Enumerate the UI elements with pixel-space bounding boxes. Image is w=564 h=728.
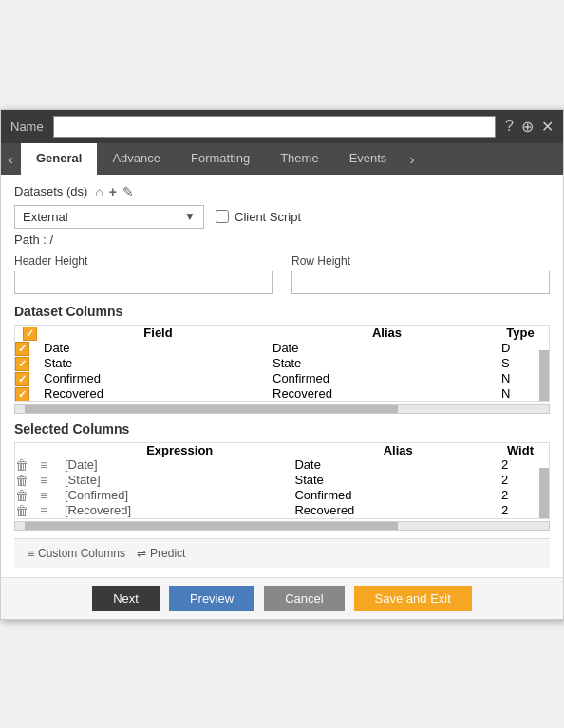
field-recovered: Recovered [44,386,273,401]
dataset-columns-table: Field Alias Type Date Date D [15,326,549,401]
sel-alias-confirmed: Confirmed [294,488,501,503]
alias-recovered: Recovered [273,386,501,401]
table-row: State State S [15,356,549,371]
predict-icon: ⇌ [137,547,146,560]
selected-hscroll[interactable] [14,521,550,531]
expr-state: [State] [65,473,294,488]
selected-columns-table: Expression Alias Widt 🗑 ≡ [Date] Date 2 [15,443,549,518]
col-alias-header: Alias [273,326,501,341]
type-confirmed: N [501,371,539,386]
name-label: Name [10,120,44,134]
table-row: Date Date D [15,341,549,356]
edit-icon[interactable]: ✎ [122,184,134,199]
select-all-checkbox[interactable] [23,327,37,341]
drag-icon-4[interactable]: ≡ [40,503,47,518]
row-height-label: Row Height [291,254,550,268]
drag-icon-1[interactable]: ≡ [40,457,47,473]
path-row: Path : / [14,233,550,247]
drag-icon-3[interactable]: ≡ [40,488,47,503]
sel-width-confirmed: 2 [501,488,539,503]
type-date: D [501,341,539,356]
tab-formatting[interactable]: Formatting [176,143,265,175]
dataset-hscroll-thumb [25,405,398,413]
header-height-group: Header Height 25 [14,254,273,294]
predict-button[interactable]: ⇌ Predict [137,547,185,560]
col-field-header: Field [44,326,273,341]
sel-col-expression-header: Expression [65,443,294,457]
dataset-vscroll[interactable] [539,350,549,401]
sel-width-state: 2 [501,473,539,488]
selected-vscroll[interactable] [539,468,549,518]
custom-columns-label: Custom Columns [38,547,125,560]
trash-icon-3[interactable]: 🗑 [15,488,28,503]
alias-confirmed: Confirmed [273,371,501,386]
custom-columns-button[interactable]: ≡ Custom Columns [28,547,125,560]
datasets-section-label: Datasets (ds) ⌂ + ✎ [14,184,550,199]
expr-recovered: [Recovered] [65,503,294,518]
sel-table-row: 🗑 ≡ [Date] Date 2 [15,457,549,473]
add-icon[interactable]: + [109,184,117,199]
widget-container: Name Table Widget 1 ? ⊕ ✕ ‹ General Adva… [0,109,564,620]
tab-general[interactable]: General [21,143,97,175]
move-icon[interactable]: ⊕ [521,118,534,136]
field-state: State [44,356,273,371]
row-checkbox-3[interactable] [15,372,29,386]
client-script-row: Client Script [216,210,301,224]
close-icon[interactable]: ✕ [541,118,554,136]
custom-columns-icon: ≡ [28,547,34,560]
field-confirmed: Confirmed [44,371,273,386]
dataset-columns-title: Dataset Columns [14,304,550,319]
drag-icon-2[interactable]: ≡ [40,473,47,488]
sel-table-row: 🗑 ≡ [Recovered] Recovered 2 [15,503,549,518]
preview-button[interactable]: Preview [169,586,254,611]
col-type-header: Type [501,326,539,341]
next-button[interactable]: Next [92,586,160,611]
tab-theme[interactable]: Theme [265,143,333,175]
row-checkbox-4[interactable] [15,387,29,401]
sel-col-width-header: Widt [501,443,539,457]
trash-icon-4[interactable]: 🗑 [15,503,28,518]
cancel-button[interactable]: Cancel [264,586,344,611]
trash-icon-1[interactable]: 🗑 [15,457,28,473]
bottom-toolbar: ≡ Custom Columns ⇌ Predict [14,538,550,568]
tab-arrow-right[interactable]: › [402,143,422,175]
sel-col-alias-header: Alias [294,443,501,457]
datasets-icons: ⌂ + ✎ [95,184,134,199]
title-bar: Name Table Widget 1 ? ⊕ ✕ [1,110,563,143]
predict-label: Predict [150,547,185,560]
tab-arrow-left[interactable]: ‹ [1,143,21,175]
datasets-row: External ▼ Client Script [14,205,550,229]
save-exit-button[interactable]: Save and Exit [354,586,472,611]
selected-columns-title: Selected Columns [14,421,550,437]
selected-hscroll-thumb [25,522,398,530]
field-date: Date [44,341,273,356]
content-area: Datasets (ds) ⌂ + ✎ External ▼ Client Sc… [1,175,563,577]
row-height-group: Row Height 25 [291,254,550,294]
height-inputs: Header Height 25 Row Height 25 [14,254,550,294]
client-script-checkbox[interactable] [216,210,229,223]
widget-name-input[interactable]: Table Widget 1 [53,116,496,138]
sel-alias-recovered: Recovered [294,503,501,518]
trash-icon-2[interactable]: 🗑 [15,473,28,488]
row-checkbox-1[interactable] [15,342,29,356]
help-icon[interactable]: ? [505,118,514,136]
row-height-input[interactable]: 25 [291,271,550,294]
home-icon[interactable]: ⌂ [95,184,103,199]
type-recovered: N [501,386,539,401]
table-row: Confirmed Confirmed N [15,371,549,386]
type-state: S [501,356,539,371]
sel-width-date: 2 [501,457,539,473]
sel-table-row: 🗑 ≡ [State] State 2 [15,473,549,488]
sel-alias-state: State [294,473,501,488]
selected-columns-table-container: Expression Alias Widt 🗑 ≡ [Date] Date 2 [14,442,550,519]
sel-alias-date: Date [294,457,501,473]
dataset-dropdown[interactable]: External ▼ [14,205,204,229]
tab-bar: ‹ General Advance Formatting Theme Event… [1,143,563,175]
tab-advance[interactable]: Advance [97,143,176,175]
footer: Next Preview Cancel Save and Exit [1,577,563,619]
dataset-hscroll[interactable] [14,404,550,414]
alias-date: Date [273,341,501,356]
tab-events[interactable]: Events [334,143,403,175]
row-checkbox-2[interactable] [15,357,29,371]
header-height-input[interactable]: 25 [14,271,273,294]
